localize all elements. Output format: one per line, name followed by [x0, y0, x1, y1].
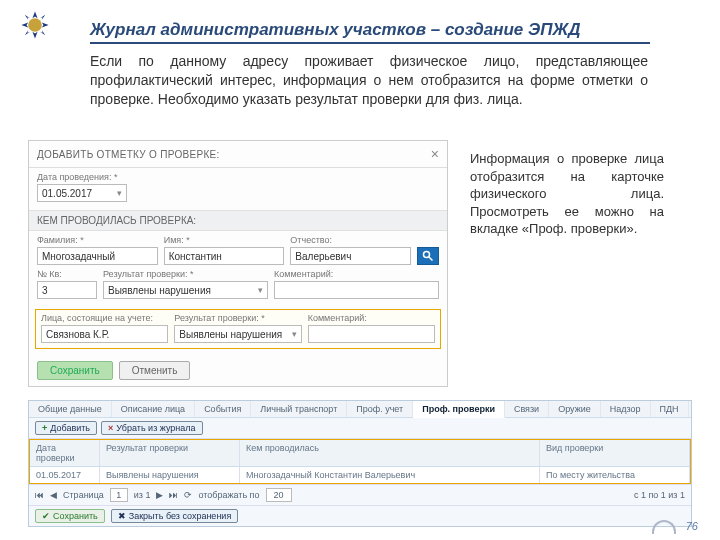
- intro-text: Если по данному адресу проживает физичес…: [90, 52, 648, 109]
- grid-highlight: Дата проверки Результат проверки Кем про…: [29, 439, 691, 484]
- svg-point-0: [28, 18, 42, 32]
- mvd-emblem: [18, 8, 52, 42]
- tab-general[interactable]: Общие данные: [29, 401, 112, 417]
- name-field[interactable]: Константин: [164, 247, 285, 265]
- cell-kind: По месту жительства: [540, 467, 690, 483]
- add-button[interactable]: +Добавить: [35, 421, 97, 435]
- pager-show-label: отображать по: [198, 490, 259, 500]
- tab-description[interactable]: Описание лица: [112, 401, 195, 417]
- page-title: Журнал административных участков – созда…: [90, 20, 650, 44]
- modal-title: ДОБАВИТЬ ОТМЕТКУ О ПРОВЕРКЕ:: [37, 149, 220, 160]
- search-icon: [422, 250, 434, 262]
- who-section-head: КЕМ ПРОВОДИЛАСЬ ПРОВЕРКА:: [29, 210, 447, 231]
- table-row[interactable]: 01.05.2017 Выявлены нарушения Многозадач…: [30, 467, 690, 483]
- card-close-button[interactable]: ✖Закрыть без сохранения: [111, 509, 239, 523]
- tab-events[interactable]: События: [195, 401, 251, 417]
- surname-field[interactable]: Многозадачный: [37, 247, 158, 265]
- p-comment-label: Комментарий:: [308, 313, 435, 323]
- pager-summary: с 1 по 1 из 1: [634, 490, 685, 500]
- tab-prof-checks[interactable]: Проф. проверки: [413, 401, 505, 418]
- result-select[interactable]: Выявлены нарушения: [103, 281, 268, 299]
- p-result-label: Результат проверки: *: [174, 313, 301, 323]
- comment-field[interactable]: [274, 281, 439, 299]
- save-button[interactable]: Сохранить: [37, 361, 113, 380]
- pager-page-input[interactable]: 1: [110, 488, 128, 502]
- svg-line-2: [429, 257, 433, 261]
- col-who: Кем проводилась: [240, 440, 540, 466]
- search-button[interactable]: [417, 247, 439, 265]
- date-label: Дата проведения: *: [37, 172, 439, 182]
- save-icon: ✔: [42, 511, 50, 521]
- minus-icon: ×: [108, 423, 113, 433]
- plus-icon: +: [42, 423, 47, 433]
- cell-date: 01.05.2017: [30, 467, 100, 483]
- result-label: Результат проверки: *: [103, 269, 268, 279]
- nkv-field[interactable]: 3: [37, 281, 97, 299]
- card-tabs: Общие данные Описание лица События Личны…: [29, 401, 691, 418]
- date-field[interactable]: 01.05.2017: [37, 184, 127, 202]
- tab-transport[interactable]: Личный транспорт: [251, 401, 347, 417]
- pager-page-label: Страница: [63, 490, 104, 500]
- cell-who: Многозадачный Константин Валерьевич: [240, 467, 540, 483]
- surname-label: Фамилия: *: [37, 235, 158, 245]
- tab-links[interactable]: Связи: [505, 401, 549, 417]
- remove-button[interactable]: ×Убрать из журнала: [101, 421, 202, 435]
- tab-pdn[interactable]: ПДН: [651, 401, 689, 417]
- p-comment-field[interactable]: [308, 325, 435, 343]
- tab-prof-uchet[interactable]: Проф. учет: [347, 401, 413, 417]
- side-note: Информация о проверке лица отобразится н…: [470, 150, 664, 238]
- page-number: 76: [686, 520, 698, 532]
- person-field[interactable]: Связнова К.Р.: [41, 325, 168, 343]
- col-kind: Вид проверки: [540, 440, 690, 466]
- nkv-label: № Кв:: [37, 269, 97, 279]
- col-result: Результат проверки: [100, 440, 240, 466]
- patronymic-field[interactable]: Валерьевич: [290, 247, 411, 265]
- close-icon: ✖: [118, 511, 126, 521]
- patronymic-label: Отчество:: [290, 235, 411, 245]
- persons-label: Лица, состоящие на учете:: [41, 313, 168, 323]
- tab-nadzor[interactable]: Надзор: [601, 401, 651, 417]
- name-label: Имя: *: [164, 235, 285, 245]
- pager-of: из 1: [134, 490, 151, 500]
- pager-first-icon[interactable]: ⏮: [35, 490, 44, 500]
- cell-result: Выявлены нарушения: [100, 467, 240, 483]
- pager-last-icon[interactable]: ⏭: [169, 490, 178, 500]
- tab-weapon[interactable]: Оружие: [549, 401, 601, 417]
- person-card-panel: Общие данные Описание лица События Личны…: [28, 400, 692, 527]
- add-check-modal: ДОБАВИТЬ ОТМЕТКУ О ПРОВЕРКЕ: × Дата пров…: [28, 140, 448, 387]
- col-date: Дата проверки: [30, 440, 100, 466]
- pager-size-select[interactable]: 20: [266, 488, 292, 502]
- person-highlight-row: Лица, состоящие на учете: Связнова К.Р. …: [35, 309, 441, 349]
- close-icon[interactable]: ×: [431, 146, 439, 162]
- cancel-button[interactable]: Отменить: [119, 361, 191, 380]
- pager-prev-icon[interactable]: ◀: [50, 490, 57, 500]
- pager-next-icon[interactable]: ▶: [156, 490, 163, 500]
- pager-refresh-icon[interactable]: ⟳: [184, 490, 192, 500]
- card-save-button[interactable]: ✔Сохранить: [35, 509, 105, 523]
- p-result-select[interactable]: Выявлены нарушения: [174, 325, 301, 343]
- svg-point-1: [424, 252, 430, 258]
- comment-label: Комментарий:: [274, 269, 439, 279]
